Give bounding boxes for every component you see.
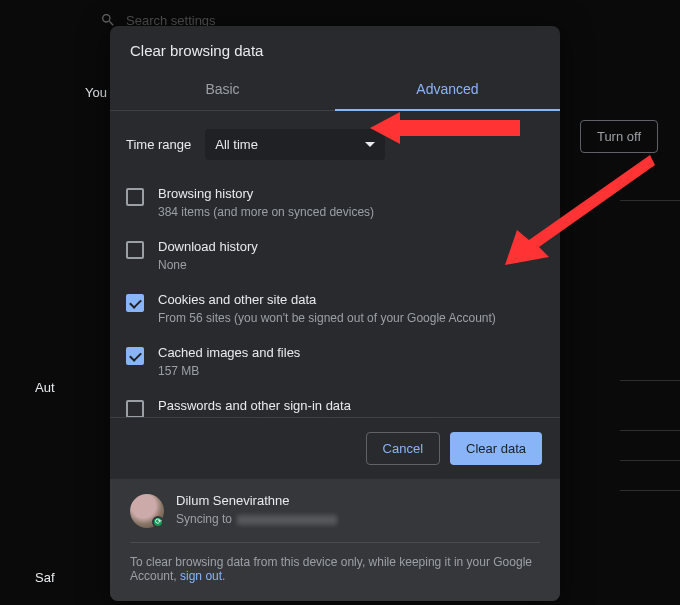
- redacted-text: [237, 515, 337, 525]
- bg-divider: [620, 200, 680, 201]
- row-title: Cookies and other site data: [158, 292, 544, 307]
- bg-divider: [620, 490, 680, 491]
- sync-status-icon: ⟳: [152, 516, 164, 528]
- bg-text-saf: Saf: [35, 570, 55, 585]
- time-range-select[interactable]: All time: [205, 129, 385, 160]
- dialog-title: Clear browsing data: [110, 26, 560, 71]
- user-syncing: Syncing to: [176, 510, 339, 528]
- search-icon: [100, 12, 116, 28]
- row-cookies: Cookies and other site data From 56 site…: [126, 284, 544, 337]
- user-row: ⟳ Dilum Senevirathne Syncing to: [130, 493, 540, 528]
- chevron-down-icon: [365, 140, 375, 150]
- cancel-button[interactable]: Cancel: [366, 432, 440, 465]
- row-passwords: Passwords and other sign-in data 253 pas…: [126, 390, 544, 417]
- row-cached: Cached images and files 157 MB: [126, 337, 544, 390]
- bg-divider: [620, 380, 680, 381]
- dialog-body: Time range All time Browsing history 384…: [110, 111, 560, 417]
- bg-divider: [620, 430, 680, 431]
- turn-off-button[interactable]: Turn off: [580, 120, 658, 153]
- user-name: Dilum Senevirathne: [176, 493, 339, 508]
- time-range-value: All time: [215, 137, 258, 152]
- bg-text-you: You: [85, 85, 107, 100]
- clear-browsing-data-dialog: Clear browsing data Basic Advanced Time …: [110, 26, 560, 601]
- avatar: ⟳: [130, 494, 164, 528]
- sign-out-link[interactable]: sign out: [180, 569, 222, 583]
- checkbox-browsing-history[interactable]: [126, 188, 144, 206]
- checkbox-download-history[interactable]: [126, 241, 144, 259]
- dialog-actions: Cancel Clear data: [110, 417, 560, 479]
- checkbox-cookies[interactable]: [126, 294, 144, 312]
- checkbox-cached[interactable]: [126, 347, 144, 365]
- tab-advanced[interactable]: Advanced: [335, 71, 560, 111]
- divider: [130, 542, 540, 543]
- row-browsing-history: Browsing history 384 items (and more on …: [126, 178, 544, 231]
- time-range-row: Time range All time: [126, 129, 544, 160]
- checkbox-passwords[interactable]: [126, 400, 144, 417]
- clear-data-button[interactable]: Clear data: [450, 432, 542, 465]
- row-download-history: Download history None: [126, 231, 544, 284]
- dialog-tabs: Basic Advanced: [110, 71, 560, 111]
- row-title: Download history: [158, 239, 544, 254]
- bg-divider: [620, 460, 680, 461]
- row-title: Browsing history: [158, 186, 544, 201]
- time-range-label: Time range: [126, 137, 191, 152]
- row-subtitle: From 56 sites (you won't be signed out o…: [158, 309, 544, 327]
- row-title: Passwords and other sign-in data: [158, 398, 544, 413]
- dialog-footer: ⟳ Dilum Senevirathne Syncing to To clear…: [110, 479, 560, 601]
- row-subtitle: None: [158, 256, 544, 274]
- row-title: Cached images and files: [158, 345, 544, 360]
- row-subtitle: 157 MB: [158, 362, 544, 380]
- bg-text-aut: Aut: [35, 380, 55, 395]
- row-subtitle: 384 items (and more on synced devices): [158, 203, 544, 221]
- footer-note: To clear browsing data from this device …: [130, 555, 540, 583]
- tab-basic[interactable]: Basic: [110, 71, 335, 110]
